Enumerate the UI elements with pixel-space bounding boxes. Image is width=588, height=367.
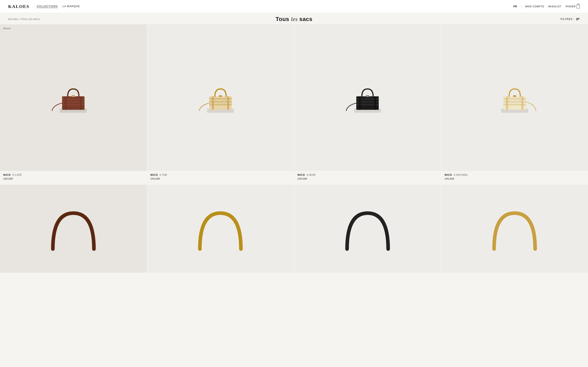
product-info: NICO S CAFÉ 245,00€ — [0, 171, 147, 184]
svg-rect-15 — [219, 95, 222, 97]
product-name-row: NICO S NATUREL — [445, 173, 585, 176]
product-grid: Épuisé N — [0, 24, 588, 184]
header-right: FR MON COMPTE WISHLIST PANIER — [513, 5, 580, 8]
nav-la-marque[interactable]: LA MARQUE — [62, 5, 80, 8]
product-grid-row2 — [0, 185, 588, 273]
product-name: NICO — [297, 173, 305, 176]
product-variant: S THÉ — [159, 174, 167, 176]
product-info: NICO S NATUREL 245,00€ — [441, 171, 588, 184]
bag-illustration-the — [198, 80, 243, 115]
product-image-row2-the — [147, 185, 294, 273]
svg-rect-14 — [227, 96, 229, 110]
header-divider — [521, 5, 521, 8]
filters-button[interactable]: FILTRES : — [561, 17, 580, 21]
product-card[interactable] — [441, 185, 588, 273]
svg-rect-5 — [65, 96, 67, 110]
svg-rect-7 — [72, 95, 75, 97]
product-name-row: NICO S THÉ — [150, 173, 291, 176]
breadcrumb: ACCUEIL / TOUS LES SACS — [8, 18, 40, 20]
product-card[interactable] — [294, 185, 441, 273]
product-image-row2-noir — [294, 185, 441, 273]
product-image-cafe: Épuisé — [0, 24, 147, 171]
product-price: 245,00€ — [445, 177, 585, 180]
product-card[interactable] — [147, 185, 294, 273]
svg-rect-29 — [506, 96, 508, 110]
cart-link[interactable]: PANIER — [566, 5, 580, 8]
product-card[interactable]: NICO S THÉ 245,00€ — [147, 24, 294, 184]
svg-rect-30 — [521, 96, 523, 110]
product-variant: S NOIR — [307, 174, 316, 176]
bag-handles-cafe — [22, 203, 125, 254]
svg-rect-21 — [359, 96, 361, 110]
product-image-naturel — [441, 24, 588, 171]
product-card[interactable]: Épuisé N — [0, 24, 147, 184]
product-variant: S NATUREL — [454, 174, 468, 176]
product-name: NICO — [445, 173, 452, 176]
bag-illustration-naturel — [492, 80, 537, 115]
breadcrumb-current: TOUS LES SACS — [21, 18, 40, 20]
product-name: NICO — [150, 173, 158, 176]
product-card[interactable]: NICO S NOIR 245,00€ — [294, 24, 441, 184]
product-image-row2-naturel — [441, 185, 588, 273]
product-name-row: NICO S NOIR — [297, 173, 438, 176]
product-price: 245,00€ — [3, 177, 144, 180]
product-price: 245,00€ — [150, 177, 291, 180]
language-switcher[interactable]: FR — [513, 5, 517, 8]
header-left: KALOES COLLECTIONS LA MARQUE — [8, 4, 80, 9]
product-image-the — [147, 24, 294, 171]
product-name: NICO — [3, 173, 11, 176]
product-variant: S CAFÉ — [12, 174, 22, 176]
filters-icon — [576, 18, 580, 20]
bag-illustration-cafe — [51, 80, 96, 115]
page-title: Tous les sacs — [276, 16, 312, 22]
svg-rect-31 — [513, 95, 516, 97]
my-account-link[interactable]: MON COMPTE — [525, 5, 544, 8]
sold-out-badge: Épuisé — [3, 27, 11, 30]
product-card[interactable] — [0, 185, 147, 273]
svg-rect-13 — [212, 96, 214, 110]
product-card[interactable]: NICO S NATUREL 245,00€ — [441, 24, 588, 184]
main-nav: COLLECTIONS LA MARQUE — [37, 5, 80, 8]
svg-rect-23 — [366, 95, 369, 97]
bag-handles-naturel — [463, 203, 566, 254]
bag-illustration-noir — [345, 80, 390, 115]
site-header: KALOES COLLECTIONS LA MARQUE FR MON COMP… — [0, 0, 588, 13]
product-name-row: NICO S CAFÉ — [3, 173, 144, 176]
nav-collections[interactable]: COLLECTIONS — [37, 5, 58, 8]
bag-handles-noir — [316, 203, 419, 254]
product-price: 245,00€ — [297, 177, 438, 180]
logo[interactable]: KALOES — [8, 4, 29, 9]
product-image-row2-cafe — [0, 185, 147, 273]
wishlist-link[interactable]: WISHLIST — [548, 5, 562, 8]
bag-handles-the — [169, 203, 272, 254]
page-header: ACCUEIL / TOUS LES SACS Tous les sacs FI… — [0, 13, 588, 24]
breadcrumb-home[interactable]: ACCUEIL — [8, 18, 18, 20]
svg-rect-22 — [374, 96, 376, 110]
product-info: NICO S THÉ 245,00€ — [147, 171, 294, 184]
product-image-noir — [294, 24, 441, 171]
svg-rect-6 — [80, 96, 82, 110]
product-info: NICO S NOIR 245,00€ — [294, 171, 441, 184]
cart-bag-icon — [577, 5, 580, 8]
